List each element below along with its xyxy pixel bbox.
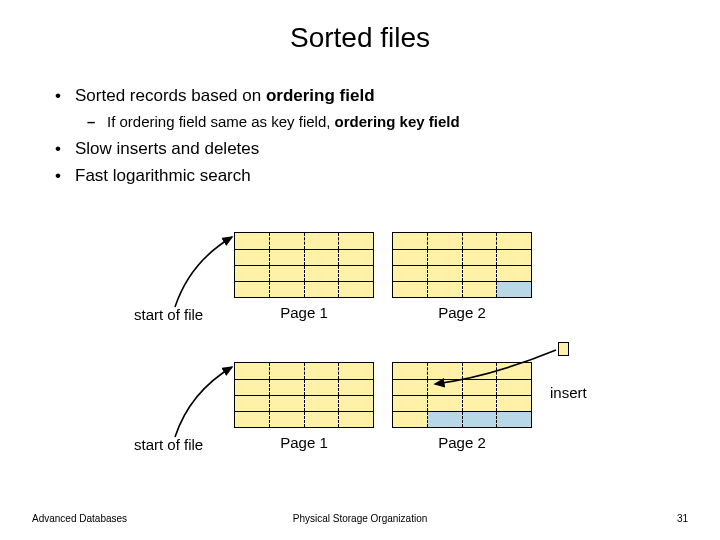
insert-label: insert xyxy=(550,384,587,401)
page1-top xyxy=(234,232,374,298)
page1-label-bottom: Page 1 xyxy=(234,434,374,451)
page2-top xyxy=(392,232,532,298)
bullet-1-text: Sorted records based on xyxy=(75,86,266,105)
page2-bottom xyxy=(392,362,532,428)
slide-body: •Sorted records based on ordering field … xyxy=(55,85,675,192)
slide-title: Sorted files xyxy=(0,22,720,54)
page2-label-top: Page 2 xyxy=(392,304,532,321)
bullet-dash: – xyxy=(87,112,107,132)
page1-bottom xyxy=(234,362,374,428)
page1-label-top: Page 1 xyxy=(234,304,374,321)
bullet-dot: • xyxy=(55,85,75,108)
bullet-dot: • xyxy=(55,138,75,161)
slide: Sorted files •Sorted records based on or… xyxy=(0,0,720,540)
bullet-dot: • xyxy=(55,165,75,188)
bullet-1-sub-text: If ordering field same as key field, xyxy=(107,113,335,130)
insert-record-icon xyxy=(558,342,569,356)
bullet-1-bold: ordering field xyxy=(266,86,375,105)
bullet-1: •Sorted records based on ordering field xyxy=(55,85,675,108)
bullet-3-text: Fast logarithmic search xyxy=(75,166,251,185)
footer-page-number: 31 xyxy=(677,513,688,524)
bullet-2-text: Slow inserts and deletes xyxy=(75,139,259,158)
bullet-1-sub: –If ordering field same as key field, or… xyxy=(87,112,675,132)
start-of-file-label-1: start of file xyxy=(134,306,203,323)
bullet-2: •Slow inserts and deletes xyxy=(55,138,675,161)
bullet-3: •Fast logarithmic search xyxy=(55,165,675,188)
page2-label-bottom: Page 2 xyxy=(392,434,532,451)
start-of-file-label-2: start of file xyxy=(134,436,203,453)
bullet-1-sub-bold: ordering key field xyxy=(335,113,460,130)
footer-center: Physical Storage Organization xyxy=(0,513,720,524)
